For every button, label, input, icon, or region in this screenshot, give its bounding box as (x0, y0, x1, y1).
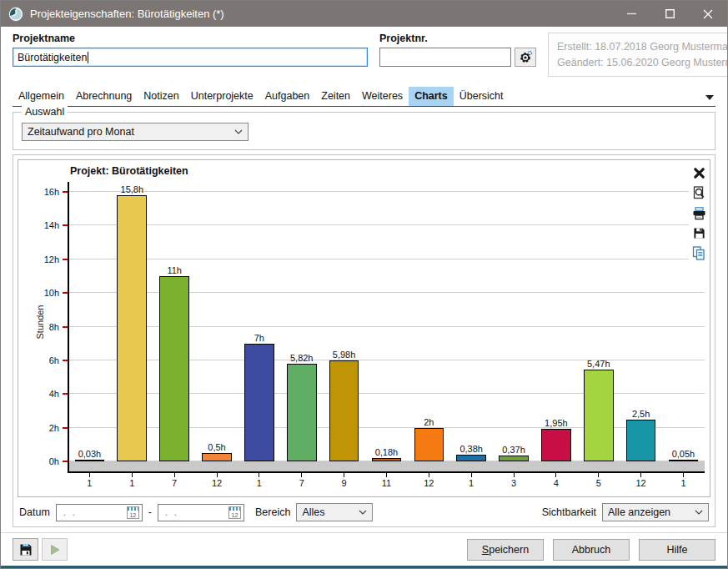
tab-unterprojekte[interactable]: Unterprojekte (185, 87, 259, 106)
projektname-input[interactable]: Bürotätigkeiten (13, 48, 368, 67)
bar-slot: 2,5h (620, 182, 662, 461)
speichern-button[interactable]: Speichern (467, 539, 544, 561)
abbruch-label: Abbruch (572, 544, 611, 556)
x-tick-mark (301, 473, 302, 477)
x-tick-mark (640, 473, 641, 477)
tab-notizen[interactable]: Notizen (138, 87, 184, 106)
maximize-button[interactable] (650, 1, 689, 27)
y-tick-label: 0h (49, 456, 59, 466)
chart-bar[interactable] (117, 195, 147, 461)
x-tick-label: 1 (680, 478, 685, 488)
quick-save-button[interactable] (13, 538, 38, 561)
y-tick-label: 8h (49, 322, 59, 332)
chart-bar[interactable] (75, 460, 105, 461)
chart-save-button[interactable] (692, 226, 706, 240)
chevron-down-icon (234, 129, 243, 134)
x-tick-label: 1 (257, 478, 262, 488)
y-tick-label: 12h (44, 254, 59, 264)
tab-charts[interactable]: Charts (409, 87, 454, 106)
x-axis-labels: 1171217911121345121 (68, 473, 705, 491)
gear-icon (519, 50, 533, 64)
y-tick-label: 14h (44, 220, 59, 230)
bar-slot: 7h (238, 182, 280, 461)
x-tick-mark (471, 473, 472, 477)
chart-bar[interactable] (287, 364, 317, 461)
chart-bar[interactable] (584, 370, 614, 461)
x-tick-mark (344, 473, 344, 477)
bar-value-label: 5,47h (587, 359, 610, 369)
axis-band (68, 461, 705, 471)
tab-aufgaben[interactable]: Aufgaben (259, 87, 316, 106)
x-slot: 7 (280, 473, 323, 491)
tab-zeiten[interactable]: Zeiten (315, 87, 356, 106)
bar-value-label: 0,18h (375, 447, 399, 457)
chart-plot: Stunden 0,03h15,8h11h0,5h7h5,82h5,98h0,1… (68, 182, 705, 491)
chart-print-button[interactable] (692, 206, 706, 220)
x-tick-mark (217, 473, 218, 477)
chart-bar[interactable] (626, 420, 656, 461)
sichtbarkeit-value: Alle anzeigen (608, 506, 690, 518)
x-tick-label: 3 (511, 478, 516, 488)
x-tick-mark (683, 473, 684, 477)
bar-slot: 0,03h (68, 182, 111, 461)
x-slot: 12 (196, 473, 238, 491)
chart-bar[interactable] (414, 428, 444, 461)
chart-bar[interactable] (202, 453, 232, 461)
auswahl-group-label: Auswahl (22, 106, 68, 118)
chart-bar[interactable] (244, 344, 274, 461)
tab-abrechnung[interactable]: Abrechnung (70, 87, 138, 106)
bar-value-label: 7h (254, 333, 264, 343)
plot-area: Stunden 0,03h15,8h11h0,5h7h5,82h5,98h0,1… (68, 182, 705, 461)
x-tick-label: 12 (212, 478, 222, 488)
chart-preview-button[interactable] (692, 186, 706, 200)
chart-bar[interactable] (329, 360, 359, 461)
header-section: Projektname Bürotätigkeiten Projektnr. (1, 27, 727, 82)
bereich-label: Bereich (255, 506, 290, 518)
hilfe-button[interactable]: Hilfe (639, 539, 715, 561)
x-tick-label: 11 (382, 478, 391, 488)
chart-type-select[interactable]: Zeitaufwand pro Monat (22, 123, 249, 141)
calendar-icon[interactable]: 12 (127, 506, 139, 519)
bar-slot: 5,82h (280, 182, 323, 461)
bereich-select[interactable]: Alles (296, 503, 373, 521)
tab-overflow-icon[interactable] (705, 95, 714, 100)
tab-weiteres[interactable]: Weiteres (356, 87, 409, 106)
save-icon (19, 543, 33, 556)
bar-value-label: 2,5h (632, 409, 650, 419)
chevron-down-icon (359, 510, 367, 515)
chart-bar[interactable] (499, 456, 529, 461)
y-tick-label: 16h (44, 187, 59, 197)
sichtbarkeit-select[interactable]: Alle anzeigen (602, 503, 709, 521)
minimize-button[interactable] (612, 1, 650, 27)
abbruch-button[interactable]: Abbruch (553, 539, 630, 561)
chart-container: Projekt: Bürotätigkeiten Stunden 0,03h15… (13, 154, 715, 527)
bar-value-label: 5,82h (290, 353, 314, 363)
sichtbarkeit-label: Sichtbarkeit (542, 506, 596, 518)
chart-bar[interactable] (456, 455, 486, 461)
chart-close-button[interactable] (692, 166, 706, 180)
calendar-icon[interactable]: 12 (228, 506, 241, 519)
x-tick-label: 9 (342, 478, 347, 488)
bar-slot: 5,47h (577, 182, 620, 461)
bar-slot: 0,38h (450, 182, 493, 461)
date-from-input[interactable]: . . 12 (56, 504, 143, 521)
tab-allgemein[interactable]: Allgemein (13, 87, 70, 106)
y-tick-label: 10h (44, 288, 59, 298)
preview-icon (692, 186, 705, 200)
projektnr-input[interactable] (379, 48, 511, 67)
y-tick-label: 4h (49, 389, 59, 399)
projektnr-settings-button[interactable] (515, 48, 536, 67)
tab-übersicht[interactable]: Übersicht (454, 87, 510, 106)
chart-bar[interactable] (159, 276, 189, 461)
x-tick-label: 12 (635, 478, 645, 488)
bar-value-label: 0,38h (459, 444, 483, 454)
chart-bar[interactable] (541, 429, 571, 461)
close-window-button[interactable] (689, 1, 727, 27)
chart-bar[interactable] (372, 458, 402, 461)
run-button[interactable] (42, 538, 68, 561)
bar-value-label: 0,37h (502, 445, 525, 455)
date-to-input[interactable]: . . 12 (158, 504, 244, 521)
chart-copy-button[interactable] (692, 246, 706, 260)
bar-slot: 0,18h (365, 182, 408, 461)
chart-bar[interactable] (669, 460, 699, 461)
